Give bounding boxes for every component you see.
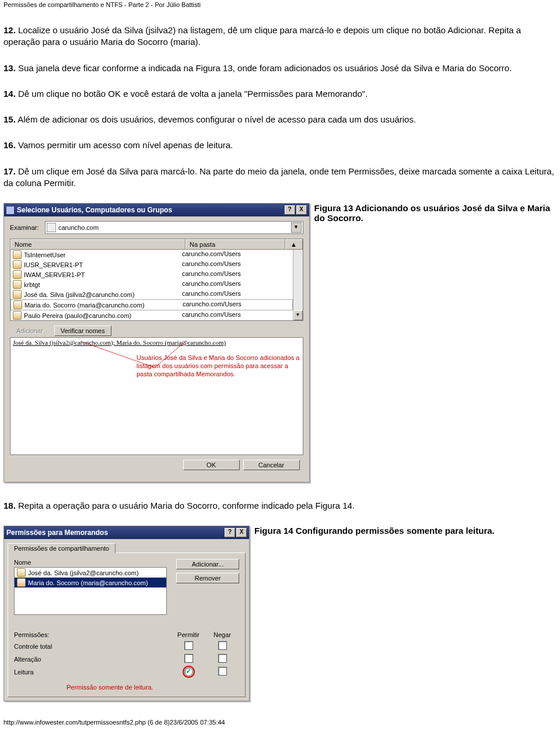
dialog-title: Selecione Usuários, Computadores ou Grup… (17, 206, 172, 214)
scroll-up-button[interactable]: ▲ (285, 239, 303, 250)
dialog-title: Permissões para Memorandos (6, 529, 108, 537)
step-15: 15. Além de adicionar os dois usuários, … (4, 114, 556, 125)
chevron-down-icon[interactable]: ▼ (291, 222, 302, 233)
user-icon (17, 578, 26, 587)
annotation-text: Usuários José da Silva e Maria do Socorr… (136, 354, 303, 378)
figure-13-caption: Figura 13 Adicionando os usuários José d… (314, 203, 556, 223)
adicionar-button: Adicionar (10, 326, 50, 336)
selected-names-input[interactable]: José da. Silva (jsilva2@caruncho.com); M… (10, 338, 303, 347)
permit-checkbox[interactable]: ✓ (184, 667, 193, 676)
titlebar[interactable]: Permissões para Memorandos ? X (4, 526, 249, 539)
deny-checkbox[interactable] (218, 667, 227, 676)
step-12: 12. Localize o usuário José da Silva (js… (4, 25, 556, 48)
examinar-combo[interactable]: caruncho.com ▼ (45, 221, 303, 234)
selected-names-area[interactable]: José da. Silva (jsilva2@caruncho.com); M… (10, 337, 303, 455)
permitir-header: Permitir (172, 631, 205, 638)
tab-share-permissions[interactable]: Permissões de compartilhamento (8, 543, 116, 553)
user-icon (13, 311, 22, 320)
titlebar[interactable]: Selecione Usuários, Computadores ou Grup… (4, 204, 309, 216)
ok-button[interactable]: OK (183, 460, 240, 470)
examinar-label: Examinar: (10, 224, 45, 231)
remover-button[interactable]: Remover (176, 573, 239, 583)
list-item[interactable]: IUSR_SERVER1-PTcaruncho.com/Users (10, 260, 293, 270)
scroll-down-button[interactable]: ▼ (293, 310, 303, 320)
user-icon (13, 300, 22, 309)
col-nome: Nome (14, 559, 167, 566)
col-nome[interactable]: Nome (10, 239, 186, 250)
help-button[interactable]: ? (225, 528, 235, 537)
deny-checkbox[interactable] (218, 641, 227, 650)
names-listbox[interactable]: José da. Silva (jsilva2@caruncho.com)Mar… (14, 567, 167, 615)
dialog-icon (6, 207, 14, 214)
permissions-label: Permissões: (14, 631, 172, 638)
list-item[interactable]: krbtgtcaruncho.com/Users (10, 279, 293, 289)
examinar-value: caruncho.com (58, 224, 291, 231)
negar-header: Negar (205, 631, 239, 638)
adicionar-button[interactable]: Adicionar... (176, 559, 239, 569)
user-icon (13, 270, 22, 279)
step-18: 18. Repita a operação para o usuário Mar… (4, 500, 556, 512)
dialog-select-users: Selecione Usuários, Computadores ou Grup… (4, 203, 310, 482)
user-listview[interactable]: Nome Na pasta ▲ TsInternetUsercaruncho.c… (10, 239, 303, 321)
step-13: 13. Sua janela deve ficar conforme a ind… (4, 62, 556, 74)
user-icon (13, 280, 22, 289)
step-17: 17. Dê um clique em José da Silva para m… (4, 166, 556, 190)
list-item[interactable]: Paulo Pereira (paulo@caruncho.com)carunc… (10, 310, 293, 320)
dialog-permissions: Permissões para Memorandos ? X Permissõe… (4, 526, 250, 701)
user-icon (13, 290, 22, 299)
vertical-scrollbar[interactable]: ▼ (293, 250, 303, 320)
figure-14-caption: Figura 14 Configurando permissões soment… (254, 526, 495, 536)
list-item[interactable]: IWAM_SERVER1-PTcaruncho.com/Users (10, 270, 293, 279)
user-icon (13, 260, 22, 269)
page-header: Permissões de compartilhamento e NTFS - … (4, 1, 556, 8)
list-item[interactable]: José da. Silva (jsilva2@caruncho.com) (15, 568, 166, 578)
col-napasta[interactable]: Na pasta (186, 239, 285, 250)
permit-checkbox[interactable] (184, 641, 193, 650)
help-button[interactable]: ? (285, 205, 295, 215)
permit-checkbox[interactable] (184, 654, 193, 663)
list-item[interactable]: Maria do. Socorro (maria@caruncho.com) (15, 578, 166, 587)
close-button[interactable]: X (236, 528, 247, 537)
cancel-button[interactable]: Cancelar (243, 460, 300, 470)
user-icon (13, 250, 22, 259)
domain-icon (47, 223, 56, 232)
list-item[interactable]: Maria do. Socorro (maria@caruncho.com)ca… (10, 299, 293, 310)
perm-row: Alteração (14, 654, 239, 664)
permissions-grid: Permissões: Permitir Negar Controle tota… (14, 631, 239, 677)
close-button[interactable]: X (296, 205, 307, 215)
step-14: 14. Dê um clique no botão OK e você esta… (4, 88, 556, 100)
user-icon (17, 568, 26, 577)
step-16: 16. Vamos permitir um acesso com nível a… (4, 139, 556, 151)
annotation-text: Permissão somente de leitura. (66, 684, 239, 691)
verificar-nomes-button[interactable]: Verificar nomes (54, 326, 111, 336)
list-item[interactable]: TsInternetUsercaruncho.com/Users (10, 250, 293, 260)
page-footer: http://www.infowester.com/tutpermissoesn… (4, 719, 556, 726)
list-item[interactable]: José da. Silva (jsilva2@caruncho.com)car… (10, 289, 293, 299)
perm-row: Leitura✓ (14, 667, 239, 677)
deny-checkbox[interactable] (218, 654, 227, 663)
perm-row: Controle total (14, 641, 239, 651)
